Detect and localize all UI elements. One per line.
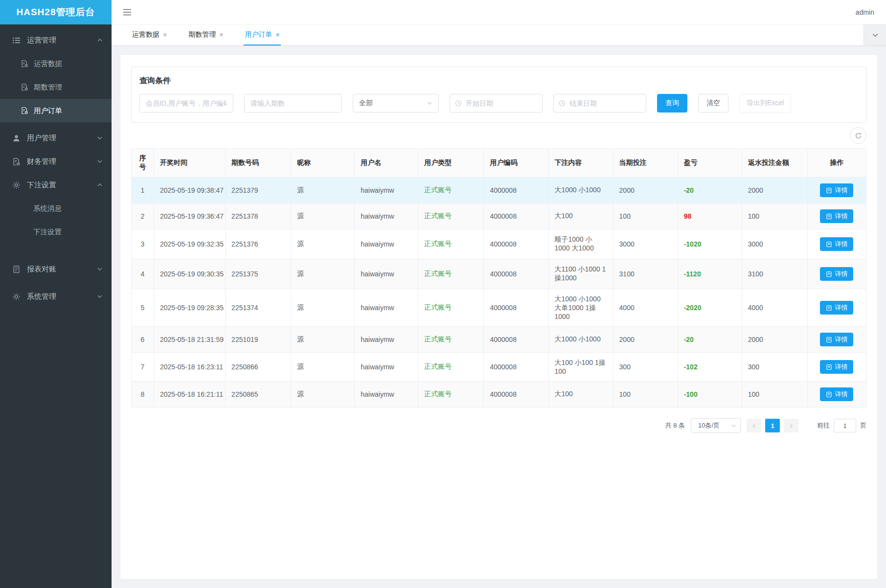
document-gear-icon (21, 60, 28, 68)
goto-label: 前往 (817, 421, 830, 430)
cell-bet-content: 大100 (548, 204, 613, 229)
cell-index: 7 (132, 353, 154, 382)
table-row: 3 2025-05-19 09:32:35 2251376 源 haiwaiym… (132, 229, 866, 259)
cell-bet-content: 大1000 小1000 (548, 178, 613, 204)
table-row: 5 2025-05-19 09:28:35 2251374 源 haiwaiym… (132, 289, 866, 327)
sidebar-item-label: 用户订单 (34, 106, 62, 115)
detail-button[interactable]: 详情 (820, 301, 853, 315)
member-search-input[interactable] (139, 94, 233, 113)
detail-button[interactable]: 详情 (820, 267, 853, 281)
chevron-up-icon (97, 182, 103, 188)
close-icon[interactable]: × (275, 31, 279, 38)
detail-button[interactable]: 详情 (820, 360, 853, 374)
col-header-period: 期数号码 (226, 149, 291, 178)
sidebar-item-label: 运营管理 (27, 36, 56, 45)
tab-list-dropdown-button[interactable] (863, 24, 886, 45)
tab-period-management[interactable]: 期数管理 × (187, 24, 224, 45)
period-number-input[interactable] (244, 94, 342, 113)
sidebar-item-bet-settings[interactable]: 下注设置 (0, 220, 112, 244)
sidebar-item-operation-data[interactable]: 运营数据 (0, 52, 112, 75)
sidebar-item-label: 运营数据 (34, 59, 62, 68)
cell-draw-time: 2025-05-19 09:38:47 (154, 178, 226, 204)
tab-label: 期数管理 (188, 30, 216, 39)
sidebar-item-system-management[interactable]: 系统管理 (0, 285, 112, 308)
table-row: 4 2025-05-19 09:30:35 2251375 源 haiwaiym… (132, 259, 866, 289)
clear-button[interactable]: 清空 (698, 94, 728, 113)
cell-profit: 98 (678, 204, 742, 229)
search-button[interactable]: 查询 (657, 94, 687, 113)
cell-user-code: 4000008 (484, 289, 548, 327)
sidebar-item-bet-settings-group[interactable]: 下注设置 (0, 173, 112, 197)
account-type-tag: 正式账号 (424, 390, 452, 398)
cell-rebate: 4000 (742, 289, 807, 327)
sidebar-item-system-messages[interactable]: 系统消息 (0, 197, 112, 220)
close-icon[interactable]: × (219, 31, 223, 38)
col-header-draw-time: 开奖时间 (154, 149, 226, 178)
page-size-select[interactable]: 10条/页 (691, 418, 741, 433)
gear-icon (12, 181, 21, 189)
sidebar-item-label: 财务管理 (27, 157, 56, 166)
detail-button[interactable]: 详情 (820, 333, 853, 346)
detail-button[interactable]: 详情 (820, 387, 853, 401)
cell-rebate: 100 (742, 382, 807, 407)
sidebar-item-user-management[interactable]: 用户管理 (0, 126, 112, 150)
topbar: admin (112, 0, 886, 24)
cell-profit: -2020 (678, 289, 742, 327)
sidebar-item-finance-management[interactable]: 财务管理 (0, 150, 112, 173)
profit-value: -100 (684, 390, 698, 398)
total-count: 共 8 条 (665, 421, 685, 430)
page-number-button[interactable]: 1 (765, 419, 780, 432)
hamburger-icon[interactable] (119, 5, 135, 20)
cell-index: 3 (132, 229, 154, 259)
sidebar-item-label: 下注设置 (33, 227, 62, 237)
end-date-picker[interactable] (553, 94, 646, 113)
query-panel-title: 查询条件 (139, 76, 858, 86)
start-date-picker[interactable] (450, 94, 543, 113)
sidebar-item-period-management[interactable]: 期数管理 (0, 75, 112, 99)
cell-user-code: 4000008 (484, 327, 548, 353)
cell-period: 2251376 (226, 229, 291, 259)
content-card: 查询条件 全部 查询 清空 导出到Excel (120, 55, 877, 579)
export-excel-button[interactable]: 导出到Excel (739, 94, 791, 113)
goto-page: 前往 页 (817, 419, 866, 432)
document-icon (826, 305, 832, 311)
end-date-input[interactable] (569, 99, 641, 107)
cell-user-type: 正式账号 (418, 229, 484, 259)
cell-username: haiwaiymw (355, 229, 418, 259)
pager: 1 (747, 419, 798, 432)
clock-icon (559, 100, 566, 107)
account-type-tag: 正式账号 (424, 240, 452, 248)
cell-index: 5 (132, 289, 154, 327)
detail-button[interactable]: 详情 (820, 209, 853, 223)
sidebar-item-report-reconciliation[interactable]: 报表对账 (0, 257, 112, 281)
table-row: 7 2025-05-18 16:23:11 2250866 源 haiwaiym… (132, 353, 866, 382)
user-menu[interactable]: admin (856, 8, 874, 16)
goto-page-input[interactable] (834, 419, 856, 432)
account-type-select[interactable]: 全部 (353, 94, 439, 113)
start-date-input[interactable] (466, 99, 537, 107)
sidebar-item-user-orders[interactable]: 用户订单 (0, 99, 112, 122)
next-page-button[interactable] (784, 419, 798, 432)
document-icon (12, 265, 21, 273)
cell-stake: 100 (613, 204, 678, 229)
cell-stake: 3000 (613, 229, 678, 259)
cell-user-code: 4000008 (484, 229, 548, 259)
document-gear-icon (12, 157, 21, 166)
refresh-button[interactable] (850, 127, 866, 144)
sidebar-item-label: 系统消息 (33, 204, 62, 213)
tab-operation-data[interactable]: 运营数据 × (131, 24, 168, 45)
cell-draw-time: 2025-05-18 16:21:11 (154, 382, 226, 407)
tab-user-orders[interactable]: 用户订单 × (244, 24, 280, 45)
cell-nickname: 源 (291, 327, 355, 353)
cell-user-code: 4000008 (484, 259, 548, 289)
detail-button[interactable]: 详情 (820, 237, 853, 251)
cell-stake: 300 (613, 353, 678, 382)
cell-actions: 详情 (807, 259, 866, 289)
detail-button[interactable]: 详情 (820, 183, 853, 197)
sidebar-item-operation-management[interactable]: 运营管理 (0, 28, 112, 52)
cell-nickname: 源 (291, 178, 355, 204)
cell-user-code: 4000008 (484, 353, 548, 382)
prev-page-button[interactable] (747, 419, 761, 432)
cell-user-code: 4000008 (484, 178, 548, 204)
close-icon[interactable]: × (163, 31, 167, 38)
